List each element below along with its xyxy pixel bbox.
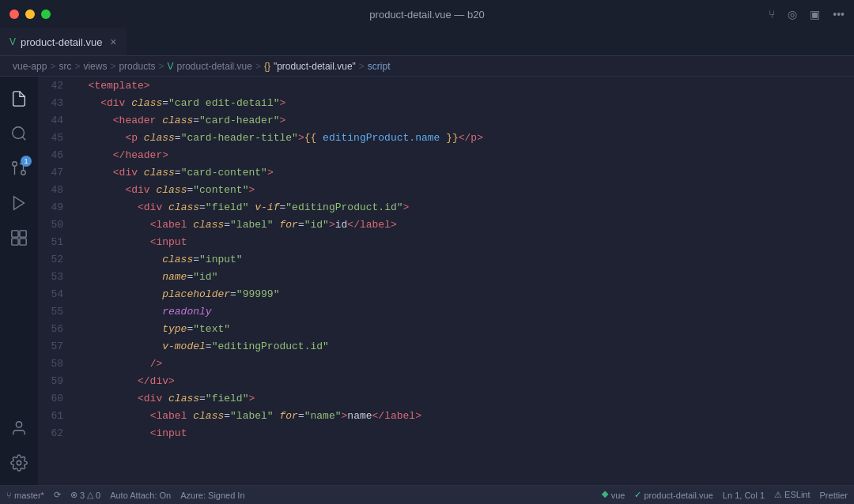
- activity-settings[interactable]: [3, 447, 35, 479]
- editor[interactable]: 42 <template>43 <div class="card edit-de…: [38, 77, 854, 485]
- breadcrumb-vue-app[interactable]: vue-app: [13, 61, 47, 72]
- line-content: <p class="card-header-title">{{ editingP…: [76, 132, 483, 144]
- code-line-48: 48 <div class="content">: [38, 181, 854, 198]
- line-number: 44: [38, 115, 76, 126]
- code-line-62: 62 <input: [38, 424, 854, 442]
- code-line-46: 46 </header>: [38, 146, 854, 164]
- activity-run[interactable]: [3, 187, 35, 219]
- svg-rect-8: [12, 239, 18, 245]
- breadcrumb-sep-4: >: [158, 61, 164, 72]
- auto-attach[interactable]: Auto Attach: On: [110, 491, 171, 500]
- activity-extensions[interactable]: [3, 222, 35, 254]
- line-content: <div class="field">: [76, 393, 255, 404]
- vue-status[interactable]: ❖ vue: [601, 490, 625, 500]
- layout-icon[interactable]: ▣: [810, 8, 820, 21]
- vue-label: vue: [611, 491, 625, 500]
- line-content: type="text": [76, 323, 230, 335]
- line-content: <input: [76, 427, 187, 439]
- status-right: ❖ vue ✓ product-detail.vue Ln 1, Col 1 ⚠…: [601, 490, 848, 500]
- line-number: 57: [38, 340, 76, 352]
- eslint-status[interactable]: ⚠ ESLint: [774, 490, 810, 500]
- breadcrumb-vue-icon: V: [167, 61, 173, 72]
- branch-name: master*: [14, 491, 44, 500]
- activity-source-control[interactable]: 1: [3, 152, 35, 184]
- line-number: 60: [38, 393, 76, 404]
- maximize-button[interactable]: [41, 9, 51, 19]
- line-number: 54: [38, 288, 76, 300]
- error-count[interactable]: ⊗ 3 △ 0: [70, 490, 100, 500]
- activity-bar-bottom: [3, 412, 35, 485]
- minimize-button[interactable]: [25, 9, 35, 19]
- code-line-54: 54 placeholder="99999": [38, 285, 854, 303]
- tab-close-button[interactable]: ×: [110, 36, 116, 48]
- git-branch[interactable]: ⑂ master*: [6, 491, 44, 500]
- breadcrumb-src[interactable]: src: [59, 61, 71, 72]
- repo-icon[interactable]: ⑂: [769, 8, 775, 21]
- line-content: </div>: [76, 375, 175, 387]
- main-content: 1: [0, 77, 854, 485]
- code-line-50: 50 <label class="label" for="id">id</lab…: [38, 216, 854, 233]
- breadcrumb-products[interactable]: products: [119, 61, 155, 72]
- line-content: readonly: [76, 306, 212, 318]
- line-content: <label class="label" for="id">id</label>: [76, 219, 397, 231]
- warning-num: 0: [96, 491, 100, 500]
- code-line-55: 55 readonly: [38, 303, 854, 320]
- cursor-position[interactable]: Ln 1, Col 1: [723, 491, 765, 500]
- code-line-59: 59 </div>: [38, 372, 854, 389]
- close-button[interactable]: [9, 9, 19, 19]
- line-number: 58: [38, 358, 76, 370]
- auto-attach-label: Auto Attach: On: [110, 491, 171, 500]
- sync-icon: ⟳: [54, 490, 61, 500]
- code-line-60: 60 <div class="field">: [38, 389, 854, 407]
- svg-line-1: [22, 137, 25, 140]
- sync-status[interactable]: ⟳: [54, 490, 61, 500]
- breadcrumb-script[interactable]: script: [368, 61, 391, 72]
- activity-bar: 1: [0, 77, 38, 485]
- line-number: 62: [38, 427, 76, 439]
- prettier-label: Prettier: [820, 491, 848, 500]
- code-container: 42 <template>43 <div class="card edit-de…: [38, 77, 854, 442]
- line-number: 51: [38, 236, 76, 248]
- activity-files[interactable]: [3, 83, 35, 115]
- line-content: placeholder="99999": [76, 288, 279, 300]
- breadcrumb-filename[interactable]: product-detail.vue: [177, 61, 252, 72]
- code-line-56: 56 type="text": [38, 320, 854, 337]
- line-content: </header>: [76, 149, 168, 161]
- breadcrumb-sep-5: >: [255, 61, 261, 72]
- line-content: <header class="card-header">: [76, 115, 285, 126]
- code-line-45: 45 <p class="card-header-title">{{ editi…: [38, 129, 854, 146]
- line-content: <div class="card edit-detail">: [76, 97, 285, 109]
- svg-point-0: [13, 127, 25, 139]
- line-number: 61: [38, 410, 76, 422]
- tab-product-detail[interactable]: V product-detail.vue ×: [0, 28, 127, 55]
- activity-search[interactable]: [3, 118, 35, 149]
- code-line-61: 61 <label class="label" for="name">name<…: [38, 407, 854, 424]
- activity-account[interactable]: [3, 412, 35, 444]
- code-line-49: 49 <div class="field" v-if="editingProdu…: [38, 198, 854, 216]
- breadcrumb-views[interactable]: views: [83, 61, 107, 72]
- code-line-52: 52 class="input": [38, 250, 854, 268]
- line-number: 50: [38, 219, 76, 231]
- vue-file-icon: V: [9, 36, 16, 47]
- line-content: <template>: [76, 80, 150, 92]
- source-control-badge: 1: [21, 156, 32, 167]
- more-icon[interactable]: •••: [833, 8, 845, 21]
- title-bar: product-detail.vue — b20 ⑂ ◎ ▣ •••: [0, 0, 854, 28]
- code-line-42: 42 <template>: [38, 77, 854, 94]
- check-icon: ✓: [634, 490, 641, 500]
- line-content: <div class="content">: [76, 184, 255, 196]
- azure-status[interactable]: Azure: Signed In: [180, 491, 244, 500]
- breadcrumb-sep-1: >: [50, 61, 55, 72]
- code-line-44: 44 <header class="card-header">: [38, 111, 854, 129]
- prettier-status[interactable]: Prettier: [820, 491, 848, 500]
- git-icon: ⑂: [6, 491, 12, 500]
- svg-rect-7: [20, 231, 26, 237]
- svg-rect-6: [12, 231, 18, 237]
- search-icon[interactable]: ◎: [788, 8, 797, 21]
- file-check[interactable]: ✓ product-detail.vue: [634, 490, 712, 500]
- breadcrumb: vue-app > src > views > products > V pro…: [0, 56, 854, 77]
- breadcrumb-string-label: "product-detail.vue": [274, 61, 356, 72]
- line-content: <div class="field" v-if="editingProduct.…: [76, 201, 409, 213]
- error-icon: ⊗: [70, 490, 77, 500]
- breadcrumb-sep-6: >: [359, 61, 365, 72]
